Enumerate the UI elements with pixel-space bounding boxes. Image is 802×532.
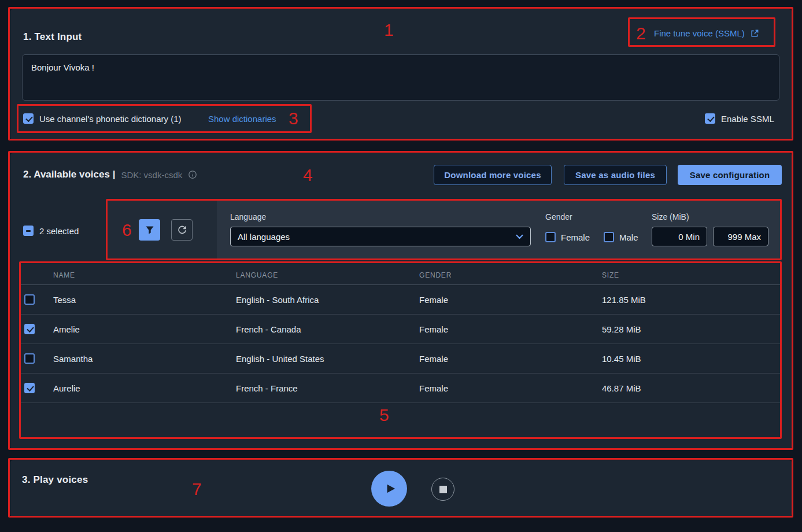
section1-title: 1. Text Input xyxy=(23,31,82,43)
table-row-samantha: Samantha English - United States Female … xyxy=(20,344,780,374)
section3-title: 3. Play voices xyxy=(22,474,88,486)
header-size: SIZE xyxy=(598,271,780,279)
stop-button[interactable] xyxy=(431,478,454,501)
refresh-button[interactable] xyxy=(171,219,193,241)
section2-title-row: 2. Available voices | SDK: vsdk-csdk xyxy=(23,169,197,180)
play-voices-section: 3. Play voices xyxy=(10,460,792,516)
play-icon xyxy=(380,481,398,496)
download-more-voices-button[interactable]: Download more voices xyxy=(434,165,552,185)
phonetic-dictionary-checkbox[interactable] xyxy=(23,113,34,124)
sdk-label: SDK: vsdk-csdk xyxy=(121,170,182,180)
table-row-amelie: Amelie French - Canada Female 59.28 MiB xyxy=(20,315,780,344)
voice-size: 46.87 MiB xyxy=(598,383,780,393)
voice-gender: Female xyxy=(415,383,598,393)
voice-name: Amelie xyxy=(49,324,232,334)
voice-filter-bar: Language All languages Gender Female Mal… xyxy=(107,201,780,259)
filter-tools-group xyxy=(107,201,217,259)
external-link-icon xyxy=(750,29,759,38)
language-select-value: All languages xyxy=(238,232,290,242)
row-checkbox[interactable] xyxy=(24,383,35,393)
show-dictionaries-link[interactable]: Show dictionaries xyxy=(208,114,276,124)
header-language: LANGUAGE xyxy=(232,271,415,279)
voice-language: French - Canada xyxy=(232,324,415,334)
selected-count-label: 2 selected xyxy=(39,226,79,237)
info-icon[interactable] xyxy=(188,170,197,179)
select-all-checkbox[interactable] xyxy=(23,226,34,236)
voice-size: 121.85 MiB xyxy=(598,295,780,305)
gender-male-label: Male xyxy=(619,232,638,243)
gender-female-label: Female xyxy=(561,232,590,243)
table-row-aurelie: Aurelie French - France Female 46.87 MiB xyxy=(20,374,780,403)
text-input-textarea[interactable]: Bonjour Vivoka ! xyxy=(22,54,779,101)
voice-name: Samantha xyxy=(49,354,232,364)
enable-ssml-label: Enable SSML xyxy=(721,114,774,124)
voice-name: Aurelie xyxy=(49,383,232,393)
enable-ssml-checkbox[interactable] xyxy=(705,113,715,124)
size-min-input[interactable] xyxy=(652,227,707,246)
language-select[interactable]: All languages xyxy=(230,227,531,246)
voices-table: NAME LANGUAGE GENDER SIZE Tessa English … xyxy=(20,265,780,403)
row-checkbox[interactable] xyxy=(24,294,35,305)
language-filter-label: Language xyxy=(230,212,266,221)
save-configuration-button[interactable]: Save configuration xyxy=(678,165,782,185)
save-as-audio-files-button[interactable]: Save as audio files xyxy=(564,165,667,185)
row-checkbox[interactable] xyxy=(24,324,35,334)
refresh-icon xyxy=(177,225,187,235)
gender-male-checkbox[interactable] xyxy=(604,232,614,242)
stop-icon xyxy=(439,486,447,493)
size-max-input[interactable] xyxy=(713,227,768,246)
voice-name: Tessa xyxy=(49,295,232,305)
voice-language: English - United States xyxy=(232,354,415,364)
voice-size: 10.45 MiB xyxy=(598,354,780,364)
voice-gender: Female xyxy=(415,324,598,334)
phonetic-dictionary-label: Use channel's phonetic dictionary (1) xyxy=(39,114,182,124)
text-input-section: 1. Text Input Fine tune voice (SSML) Bon… xyxy=(10,9,792,139)
voice-gender: Female xyxy=(415,295,598,305)
voices-table-header: NAME LANGUAGE GENDER SIZE xyxy=(20,265,780,285)
available-voices-section: 2. Available voices | SDK: vsdk-csdk Dow… xyxy=(10,153,792,449)
row-checkbox[interactable] xyxy=(24,353,35,364)
size-filter-label: Size (MiB) xyxy=(652,212,689,221)
fine-tune-voice-label: Fine tune voice (SSML) xyxy=(654,28,745,38)
chevron-down-icon xyxy=(516,234,523,239)
voice-size: 59.28 MiB xyxy=(598,324,780,334)
gender-filter-label: Gender xyxy=(545,212,572,221)
table-row-tessa: Tessa English - South Africa Female 121.… xyxy=(20,285,780,315)
tts-voice-configuration-page: 1. Text Input Fine tune voice (SSML) Bon… xyxy=(0,0,802,532)
fine-tune-voice-link[interactable]: Fine tune voice (SSML) xyxy=(654,28,759,38)
header-gender: GENDER xyxy=(415,271,598,279)
filter-icon xyxy=(145,226,154,235)
filter-button[interactable] xyxy=(139,219,160,241)
voice-language: English - South Africa xyxy=(232,295,415,305)
voice-gender: Female xyxy=(415,354,598,364)
gender-female-checkbox[interactable] xyxy=(545,232,556,242)
header-name: NAME xyxy=(49,271,232,279)
section2-title: 2. Available voices | xyxy=(23,169,115,180)
play-button[interactable] xyxy=(371,471,407,507)
voice-language: French - France xyxy=(232,383,415,393)
